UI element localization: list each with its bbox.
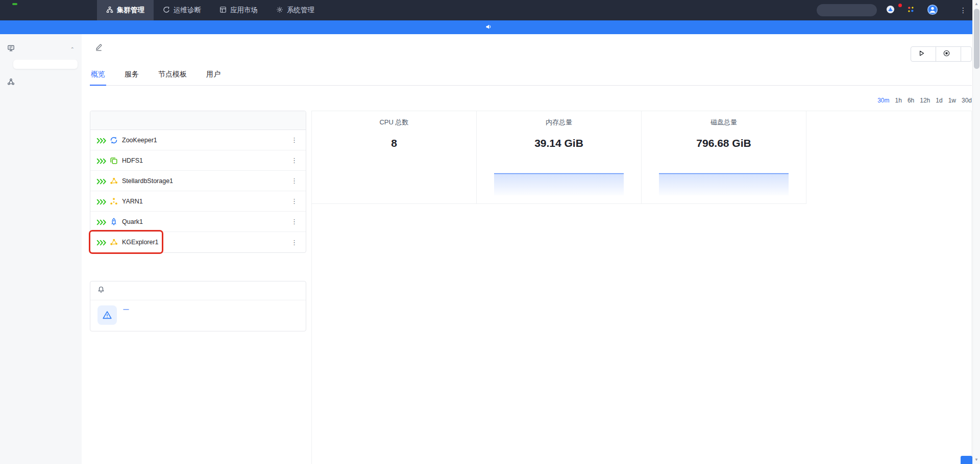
service-name: Quark1 xyxy=(122,218,143,225)
global-services-icon xyxy=(907,6,915,15)
chevron-up-icon: ⌃ xyxy=(70,46,75,52)
row-menu-icon[interactable]: ⋮ xyxy=(289,239,300,246)
sidebar: ⌃ xyxy=(0,34,82,464)
service-row-zookeeper1[interactable]: ZooKeeper1⋮ xyxy=(90,130,306,150)
range-30m[interactable]: 30m xyxy=(877,97,889,104)
nav-item-1[interactable]: 运维诊断 xyxy=(154,0,210,20)
announcement-banner xyxy=(0,20,980,34)
sidebar-item-cluster[interactable] xyxy=(13,60,78,69)
more-menu-icon[interactable]: ⋮ xyxy=(960,6,967,14)
row-menu-icon[interactable]: ⋮ xyxy=(289,197,300,205)
stat-value: 8 xyxy=(312,137,476,149)
service-name: KGExplorer1 xyxy=(122,239,159,246)
search-input[interactable] xyxy=(817,4,877,16)
speaker-icon xyxy=(485,23,495,32)
stat-title: 内存总量 xyxy=(477,111,641,127)
top-navbar: 集群管理运维诊断应用市场系统管理 ⋮ xyxy=(0,0,980,20)
alert-item[interactable] xyxy=(90,300,306,331)
avatar xyxy=(927,4,938,17)
service-group-header xyxy=(90,111,306,130)
service-row-kgexplorer1[interactable]: KGExplorer1⋮ xyxy=(90,232,306,252)
global-services-menu[interactable] xyxy=(907,6,918,15)
alert-level-badge xyxy=(123,309,129,310)
brand-logo xyxy=(0,0,97,20)
user-menu[interactable] xyxy=(927,4,941,17)
graph-icon xyxy=(110,238,118,246)
range-6h[interactable]: 6h xyxy=(908,97,914,104)
aquila-menu[interactable] xyxy=(886,5,898,15)
range-30d[interactable]: 30d xyxy=(962,97,972,104)
sync-icon xyxy=(110,136,118,144)
nav-item-3[interactable]: 系统管理 xyxy=(267,0,324,20)
stop-all-services-button[interactable] xyxy=(936,46,961,62)
range-1d[interactable]: 1d xyxy=(936,97,942,104)
gear-icon xyxy=(276,6,283,15)
graph-icon xyxy=(110,177,118,185)
row-menu-icon[interactable]: ⋮ xyxy=(289,157,300,164)
aquila-icon xyxy=(886,5,895,15)
stat-card-2: 磁盘总量796.68 GiB xyxy=(642,111,806,204)
scroll-down-icon[interactable]: ▼ xyxy=(973,456,980,464)
stat-title: 磁盘总量 xyxy=(642,111,806,127)
warning-triangle-icon xyxy=(97,305,117,325)
corner-widget-button[interactable] xyxy=(961,456,972,464)
cluster-group-icon xyxy=(7,44,15,54)
tab-3[interactable]: 用户 xyxy=(205,69,222,85)
scroll-up-icon[interactable]: ▲ xyxy=(973,0,980,8)
stop-icon xyxy=(943,50,950,58)
row-menu-icon[interactable]: ⋮ xyxy=(289,177,300,185)
cluster-tabs: 概览服务节点模板用户 xyxy=(90,69,972,86)
sidebar-item-global-services[interactable] xyxy=(0,73,82,92)
range-1h[interactable]: 1h xyxy=(895,97,902,104)
edit-icon[interactable] xyxy=(95,43,103,53)
row-menu-icon[interactable]: ⋮ xyxy=(289,136,300,144)
dots-icon xyxy=(110,197,118,205)
service-name: ZooKeeper1 xyxy=(122,137,157,144)
services-card: ZooKeeper1⋮HDFS1⋮StellardbStorage1⋮YARN1… xyxy=(90,111,306,253)
triple-chevron-icon xyxy=(96,177,106,184)
bell-icon xyxy=(97,286,105,295)
stat-card-0: CPU 总数8 xyxy=(312,111,477,204)
tab-1[interactable]: 服务 xyxy=(124,69,140,85)
service-row-hdfs1[interactable]: HDFS1⋮ xyxy=(90,150,306,171)
cluster-icon xyxy=(106,6,113,15)
range-12h[interactable]: 12h xyxy=(920,97,930,104)
main-nav: 集群管理运维诊断应用市场系统管理 xyxy=(97,0,324,20)
rocket-icon xyxy=(110,218,118,226)
triple-chevron-icon xyxy=(96,218,106,225)
triple-chevron-icon xyxy=(96,198,106,204)
nodes-icon xyxy=(7,78,15,87)
edition-badge xyxy=(12,3,17,5)
row-menu-icon[interactable]: ⋮ xyxy=(289,218,300,225)
more-actions-button[interactable] xyxy=(961,46,972,62)
scrollbar-thumb[interactable] xyxy=(974,9,979,69)
alerts-card xyxy=(90,281,306,331)
nav-item-2[interactable]: 应用市场 xyxy=(210,0,267,20)
cluster-actions xyxy=(911,46,972,62)
service-row-quark1[interactable]: Quark1⋮ xyxy=(90,212,306,232)
notification-dot xyxy=(898,4,902,7)
vertical-scrollbar[interactable]: ▲ ▼ xyxy=(972,0,980,464)
sidebar-group-clusters[interactable]: ⌃ xyxy=(0,39,82,59)
stat-title: CPU 总数 xyxy=(312,111,476,127)
tab-2[interactable]: 节点模板 xyxy=(157,69,188,85)
service-row-yarn1[interactable]: YARN1⋮ xyxy=(90,191,306,212)
diagnose-icon xyxy=(163,6,170,15)
service-name: HDFS1 xyxy=(122,157,143,164)
start-all-services-button[interactable] xyxy=(911,46,936,62)
stat-value: 39.14 GiB xyxy=(477,137,641,149)
service-row-stellardbstorage1[interactable]: StellardbStorage1⋮ xyxy=(90,171,306,191)
stat-card-1: 内存总量39.14 GiB xyxy=(477,111,642,204)
service-name: StellardbStorage1 xyxy=(122,177,173,185)
service-name: YARN1 xyxy=(122,198,143,205)
range-1w[interactable]: 1w xyxy=(948,97,956,104)
triple-chevron-icon xyxy=(96,239,106,246)
stat-value: 796.68 GiB xyxy=(642,137,806,149)
triple-chevron-icon xyxy=(96,137,106,143)
market-icon xyxy=(219,6,227,15)
time-range-selector: 30m1h6h12h1d1w30d xyxy=(877,97,972,104)
copy-icon xyxy=(110,157,118,165)
tab-0[interactable]: 概览 xyxy=(90,69,106,86)
sparkline-chart xyxy=(494,173,624,195)
nav-item-0[interactable]: 集群管理 xyxy=(97,0,154,20)
